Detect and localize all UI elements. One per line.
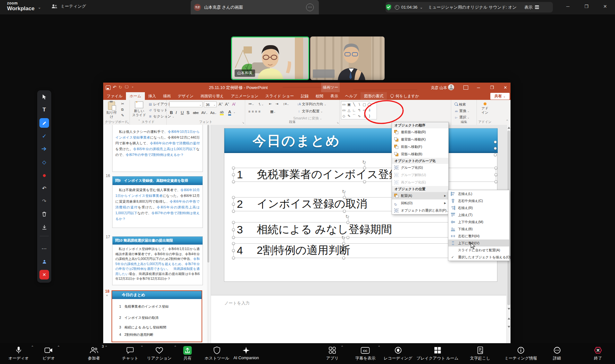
find-button[interactable]: 検索	[454, 102, 466, 107]
notes-pane[interactable]: ノートを入力	[211, 295, 506, 350]
undo-icon[interactable]: ↶	[113, 85, 116, 90]
host-tools-button[interactable]: ホストツール	[205, 346, 229, 361]
submenu-distribute-horizontally[interactable]: 左右に整列(H)	[448, 232, 509, 239]
spotlight-red-dot-button[interactable]: ●	[39, 170, 49, 180]
shape-gallery[interactable]: ▭▣╲∖▢◯▭△∟↰⇨⇩◇✎⌒∿{} ▲▬▼	[341, 101, 377, 119]
rotate-handle-icon[interactable]: ↻	[342, 189, 346, 195]
slide-textbox-row-1[interactable]: ↻ 1 免税事業者のインボイス登録	[233, 168, 496, 182]
format-painter-icon[interactable]: ✎	[121, 113, 124, 117]
slide-textbox-row-3[interactable]: ↻ 3 相続による みなし登録期間	[233, 222, 462, 238]
menu-item-bring-to-front[interactable]: 最前面へ移動(R)	[392, 128, 448, 136]
menu-item-bring-forward[interactable]: 前面へ移動(F)	[392, 143, 448, 150]
previous-slide-button[interactable]	[508, 318, 510, 320]
cut-icon[interactable]: ✂	[121, 102, 124, 106]
font-size-input[interactable]: 36⌄	[204, 101, 217, 107]
tab-draw[interactable]: 描画	[160, 92, 174, 100]
account-avatar[interactable]	[448, 84, 454, 90]
audio-chevron[interactable]: ⌃	[31, 345, 34, 349]
font-dialog-launcher[interactable]: ↘	[242, 121, 244, 124]
video-tile-active-speaker[interactable]: 山本和美	[231, 36, 309, 80]
window-minimize-button[interactable]: ─	[564, 4, 572, 9]
tab-home[interactable]: ホーム	[126, 92, 145, 100]
video-chevron[interactable]: ⌃	[57, 345, 60, 349]
slide-thumbnail-16[interactable]: 問9 インボイス登録後、高額特定資産を取得 私は不動産賃貸業を営む個人事業者で、…	[112, 176, 203, 228]
share-button-active[interactable]: 共有	[183, 346, 192, 361]
rotate-handle-icon[interactable]: ↻	[341, 235, 345, 241]
video-tile-participant[interactable]	[310, 36, 385, 80]
window-restore-button[interactable]: ❐	[583, 4, 590, 9]
participant-annotation-button[interactable]	[39, 257, 49, 266]
reactions-chevron[interactable]: ⌃	[174, 345, 177, 349]
next-slide-button[interactable]	[508, 326, 510, 328]
account-name[interactable]: 克彦 山本	[431, 85, 447, 91]
copy-icon[interactable]: ⧉	[121, 108, 124, 112]
video-button[interactable]: ⌃ ビデオ	[43, 346, 55, 361]
line-spacing-button[interactable]: ↕≡⌄	[283, 102, 289, 106]
slideshow-icon[interactable]: 🖵	[125, 85, 129, 89]
reset-button[interactable]: ↺リセット	[148, 108, 168, 113]
reactions-button[interactable]: ⌃ リアクション	[147, 346, 172, 361]
numbering-button[interactable]: ⒈⌄	[258, 102, 264, 107]
rotate-handle-icon[interactable]: ↻	[362, 159, 366, 165]
menu-item-send-backward[interactable]: 背面へ移動(B)	[392, 150, 448, 158]
shrink-font-button[interactable]: A˅	[225, 102, 229, 107]
menu-item-rotate[interactable]: ↻回転(O)▶	[392, 199, 448, 207]
submenu-align-center[interactable]: 左右中央揃え(C)	[448, 197, 509, 204]
check-stamp-button[interactable]: ✓	[39, 131, 49, 141]
tab-slideshow[interactable]: スライド ショー	[262, 92, 297, 100]
ppt-minimize-button[interactable]: ─	[474, 85, 483, 90]
tab-file[interactable]: ファイル	[103, 92, 126, 100]
tab-design[interactable]: デザイン	[174, 92, 197, 100]
tab-transitions[interactable]: 画面切り替え	[197, 92, 228, 100]
collapse-ribbon-button[interactable]: ⌃	[506, 119, 509, 123]
qat-customize-icon[interactable]: ⌄	[131, 85, 134, 88]
trash-button[interactable]	[39, 209, 49, 219]
text-shadow-button[interactable]: S	[187, 110, 189, 115]
submenu-align-to-slide[interactable]: スライドに合わせて配置(A)	[448, 247, 509, 254]
align-buttons[interactable]: ≡≡≡≡	[248, 109, 262, 113]
scroll-down-icon[interactable]	[508, 308, 510, 310]
strikethrough-button[interactable]: abc	[193, 111, 199, 115]
more-button[interactable]: 詳細	[553, 346, 561, 361]
menu-item-selection-pane[interactable]: オブジェクトの選択と表示(P)...	[392, 207, 448, 214]
timer-chevron-icon[interactable]: ⌄	[420, 5, 423, 10]
text-tool-button[interactable]: T	[39, 105, 49, 115]
new-slide-button[interactable]: 新しいスライド ⌄	[132, 101, 146, 121]
slide-thumbnail-18-selected[interactable]: 今日のまとめ 1 免税事業者のインボイス登録 2 インボイス登録の取消 3 相続…	[112, 290, 202, 342]
view-grid-icon[interactable]	[535, 5, 539, 9]
apps-chevron[interactable]: ⌃	[341, 345, 344, 349]
bullets-button[interactable]: ≔⌄	[248, 102, 254, 106]
close-annotation-button[interactable]: ✕	[39, 270, 49, 279]
slide-thumbnail-15[interactable]: 私は個人タクシーの運転手で、令和6年10月1日からインボイス登録事業者になった。…	[112, 125, 203, 172]
bold-button[interactable]: B	[170, 110, 173, 115]
select-button[interactable]: ▻選択 ⌄	[454, 115, 470, 120]
rotate-handle-icon[interactable]: ↻	[345, 214, 350, 220]
addins-button[interactable]: アドイン	[478, 101, 492, 115]
font-color-chevron[interactable]: ⌄	[233, 111, 236, 114]
window-close-button[interactable]: ✕	[601, 4, 609, 9]
pen-tool-button-active[interactable]	[39, 118, 49, 128]
text-direction-button[interactable]: ↕A文字列の方向 ⌄	[297, 102, 326, 107]
font-color-button[interactable]: A	[228, 109, 231, 116]
tab-animations[interactable]: アニメーション	[227, 92, 262, 100]
replace-button[interactable]: ab置換 ⌄	[454, 109, 470, 113]
save-icon[interactable]	[106, 85, 111, 90]
font-name-input[interactable]: ⌄	[169, 101, 203, 107]
tab-record[interactable]: 記録	[297, 92, 312, 100]
decrease-indent-button[interactable]: ⇤	[269, 102, 272, 106]
submenu-align-middle[interactable]: 上下中央揃え(M)	[448, 218, 509, 225]
character-spacing-button[interactable]: AV⌄	[201, 111, 208, 115]
original-sound-status[interactable]: ミュージシャン用のオリジナル サウンド: オン	[428, 4, 517, 10]
ppt-restore-button[interactable]: ❐	[488, 85, 496, 90]
chat-chevron[interactable]: ⌃	[140, 345, 143, 349]
view-button[interactable]: 表示	[524, 4, 533, 10]
recording-button[interactable]: レコーディング	[384, 346, 412, 361]
tab-review[interactable]: 校閲	[312, 92, 327, 100]
screen-tab-more-button[interactable]: ⋯	[306, 4, 314, 11]
workspace-chevron-icon[interactable]: ⌄	[38, 5, 41, 10]
redo-icon[interactable]: ↻	[119, 85, 122, 90]
participants-chevron[interactable]: ⌃	[105, 345, 108, 349]
cursor-tool-button[interactable]	[39, 92, 49, 102]
tell-me-box[interactable]: 何をしますか	[387, 92, 422, 100]
increase-indent-button[interactable]: ⇥	[275, 102, 278, 106]
